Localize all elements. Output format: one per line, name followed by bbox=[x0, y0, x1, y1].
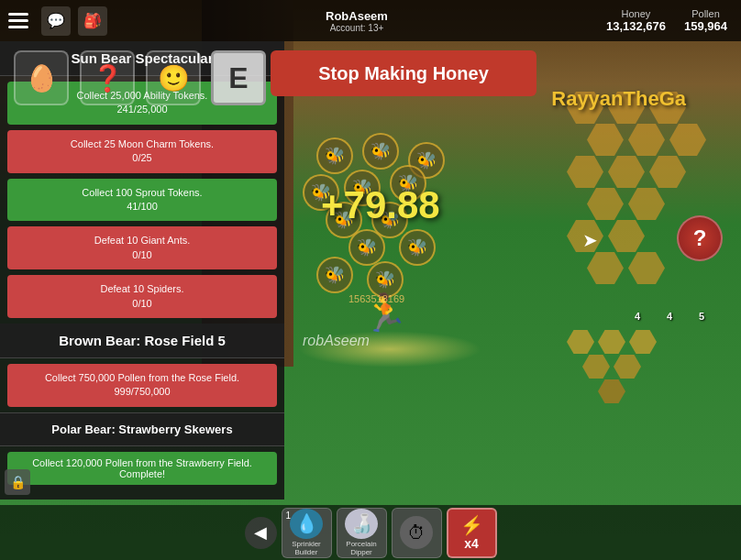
honeycomb-cell-small bbox=[614, 355, 641, 379]
bee-icon: 🐝 bbox=[316, 257, 353, 293]
top-bar-stats: Honey 13,132,676 Pollen 159,964 bbox=[606, 8, 727, 33]
honey-stat: Honey 13,132,676 bbox=[606, 8, 666, 33]
face-icon-button[interactable]: 🙂 bbox=[146, 50, 201, 105]
quest-text: Collect 25 Moon Charm Tokens.0/25 bbox=[17, 137, 268, 166]
score-display: 1563518169 bbox=[348, 293, 404, 304]
chat-icon-button[interactable]: 💬 bbox=[41, 6, 71, 36]
left-panel: Sun Bear Spectacular Collect 25,000 Abil… bbox=[0, 41, 284, 500]
player-name: RobAseem bbox=[326, 9, 388, 23]
porcelain-dipper-slot[interactable]: 🍶 PorcelainDipper bbox=[337, 508, 387, 558]
x4-label: x4 bbox=[464, 536, 479, 551]
question-icon-button[interactable]: ❓ bbox=[80, 50, 135, 105]
character-name-label: robAseem bbox=[303, 333, 370, 349]
bag-icon-button[interactable]: 🎒 bbox=[78, 6, 107, 36]
quest-text: Collect 120,000 Pollen from the Strawber… bbox=[17, 457, 268, 479]
honeycomb-cell bbox=[587, 124, 624, 156]
quest-item[interactable]: Collect 120,000 Pollen from the Strawber… bbox=[7, 452, 277, 485]
top-bar-icons: 💬 🎒 bbox=[41, 6, 107, 36]
honeycomb-cell-small bbox=[629, 330, 657, 354]
honey-label: Honey bbox=[606, 8, 666, 19]
quest-item[interactable]: Collect 25 Moon Charm Tokens.0/25 bbox=[7, 130, 277, 173]
number-tag: 5 bbox=[699, 311, 704, 322]
egg-icon-button[interactable]: 🥚 bbox=[14, 50, 69, 105]
menu-line bbox=[8, 19, 28, 22]
quest-text: Defeat 10 Spiders.0/10 bbox=[17, 282, 268, 311]
honey-banner-text: Stop Making Honey bbox=[318, 63, 489, 84]
quest-item[interactable]: Defeat 10 Spiders.0/10 bbox=[7, 275, 277, 318]
menu-line bbox=[8, 13, 28, 16]
honeycomb-cell bbox=[608, 220, 645, 252]
honeycomb-cell bbox=[608, 156, 645, 188]
quest-item[interactable]: Defeat 10 Giant Ants.0/10 bbox=[7, 226, 277, 269]
sprinkler-icon: 💧 bbox=[290, 509, 323, 539]
quest-item[interactable]: Collect 100 Sprout Tokens.41/100 bbox=[7, 179, 277, 222]
floating-score: +79.88 bbox=[321, 183, 440, 227]
inventory-icons: 🥚 ❓ 🙂 bbox=[14, 50, 201, 105]
bolt-icon: ⚡ bbox=[460, 514, 483, 536]
polar-bear-header: Polar Bear: Strawberry Skewers bbox=[0, 412, 284, 446]
honeycomb-cell bbox=[628, 188, 665, 220]
x4-badge[interactable]: ⚡ x4 bbox=[447, 508, 497, 558]
bee-icon: 🐝 bbox=[362, 133, 399, 170]
top-bar: 💬 🎒 RobAseem Account: 13+ Honey 13,132,6… bbox=[0, 0, 741, 41]
honeycomb-cell bbox=[649, 156, 686, 188]
quest-text: Collect 750,000 Pollen from the Rose Fie… bbox=[17, 371, 268, 400]
clock-icon: ⏱ bbox=[400, 516, 433, 549]
quest-text: Collect 100 Sprout Tokens.41/100 bbox=[17, 186, 268, 214]
quest-text: Defeat 10 Giant Ants.0/10 bbox=[17, 234, 268, 262]
honeycomb-cell bbox=[628, 124, 665, 156]
honeycomb-cell bbox=[669, 124, 706, 156]
honeycomb-cell bbox=[567, 156, 603, 188]
lock-icon[interactable]: 🔒 bbox=[5, 469, 30, 495]
number-tag: 4 bbox=[635, 311, 640, 322]
nav-left-button[interactable]: ◀ bbox=[245, 517, 277, 549]
honeycomb-area bbox=[558, 73, 723, 348]
pollen-label: Pollen bbox=[684, 8, 727, 19]
bee-icon: 🐝 bbox=[348, 229, 385, 266]
clock-slot[interactable]: ⏱ bbox=[392, 508, 442, 558]
pollen-value: 159,964 bbox=[684, 19, 727, 33]
sprinkler-label: SprinklerBuilder bbox=[292, 541, 321, 557]
top-bar-center: RobAseem Account: 13+ bbox=[107, 9, 606, 33]
honey-value: 13,132,676 bbox=[606, 19, 666, 33]
quest-item[interactable]: Collect 750,000 Pollen from the Rose Fie… bbox=[7, 364, 277, 407]
cursor-icon: ➤ bbox=[582, 229, 598, 251]
porcelain-label: PorcelainDipper bbox=[346, 541, 376, 557]
pollen-stat: Pollen 159,964 bbox=[684, 8, 727, 33]
honey-banner: Stop Making Honey bbox=[271, 50, 536, 96]
honeycomb-cell-small bbox=[598, 379, 625, 403]
number-tag: 4 bbox=[667, 311, 672, 322]
bee-icon: 🐝 bbox=[399, 229, 436, 266]
e-key-button[interactable]: E bbox=[211, 50, 266, 105]
bee-icon: 🐝 bbox=[316, 137, 353, 174]
honeycomb-cell bbox=[587, 252, 624, 284]
honeycomb-cell-small bbox=[582, 355, 610, 379]
player-info: RobAseem Account: 13+ bbox=[326, 9, 388, 33]
honeycomb-cell-small bbox=[598, 330, 625, 354]
sprinkler-builder-slot[interactable]: 1 💧 SprinklerBuilder bbox=[282, 508, 332, 558]
menu-line bbox=[8, 26, 28, 28]
question-button[interactable]: ? bbox=[677, 215, 723, 261]
other-player-name: RayyanTheGa bbox=[551, 87, 686, 111]
honeycomb-cell bbox=[628, 252, 665, 284]
brown-bear-header: Brown Bear: Rose Field 5 bbox=[0, 324, 284, 358]
slot-number: 1 bbox=[286, 511, 292, 521]
bottom-toolbar: ◀ 1 💧 SprinklerBuilder 🍶 PorcelainDipper… bbox=[0, 505, 741, 560]
honeycomb-cell bbox=[587, 188, 624, 220]
porcelain-icon: 🍶 bbox=[345, 509, 378, 539]
menu-button[interactable] bbox=[0, 0, 37, 41]
player-account: Account: 13+ bbox=[326, 23, 388, 33]
honeycomb-cell-small bbox=[567, 330, 594, 354]
